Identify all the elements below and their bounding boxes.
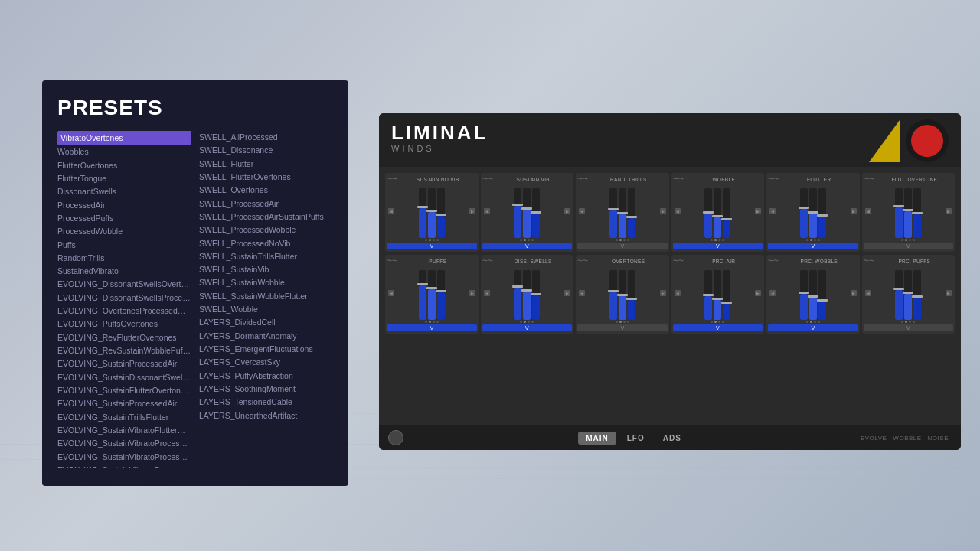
preset-item[interactable]: EVOLVING_SustainVibratoProcessAirPuffs	[57, 437, 191, 450]
fader-knob[interactable]	[893, 205, 904, 207]
fader-knob[interactable]	[617, 212, 628, 214]
preset-item[interactable]: SWELL_Flutter	[199, 158, 333, 171]
channel-right-btn[interactable]: ▶	[469, 208, 475, 214]
fader-track[interactable]	[514, 188, 521, 238]
fader-knob[interactable]	[426, 287, 437, 289]
preset-item[interactable]: SWELL_Wobble	[199, 303, 333, 316]
preset-item[interactable]: EVOLVING_DissonantSwellsOvertones	[57, 278, 191, 291]
preset-item[interactable]: EVOLVING_SustainFlutterOvertoneProcessed…	[57, 384, 191, 397]
fader-knob[interactable]	[703, 294, 714, 296]
fader-track[interactable]	[704, 270, 712, 320]
preset-item[interactable]: LAYERS_PuffyAbstraction	[199, 370, 333, 383]
fader-track[interactable]	[714, 270, 721, 320]
channel-left-btn[interactable]: ◀	[579, 290, 585, 296]
preset-item[interactable]: EVOLVING_SustainProcessedAir	[57, 397, 191, 410]
channel-right-btn[interactable]: ▶	[946, 208, 952, 214]
fader-track[interactable]	[913, 188, 921, 238]
channel-right-btn[interactable]: ▶	[660, 208, 666, 214]
v-button[interactable]: V	[864, 324, 954, 331]
channel-left-btn[interactable]: ◀	[579, 208, 585, 214]
preset-item[interactable]: FlutterOvertones	[57, 159, 191, 172]
fader-knob[interactable]	[436, 214, 446, 216]
fader-track[interactable]	[532, 270, 540, 320]
fader-knob[interactable]	[808, 295, 818, 298]
fader-track[interactable]	[723, 188, 730, 238]
channel-right-btn[interactable]: ▶	[851, 208, 857, 214]
preset-item[interactable]: Wobbles	[57, 145, 191, 158]
fader-knob[interactable]	[521, 289, 532, 292]
fader-knob[interactable]	[531, 211, 541, 214]
fader-knob[interactable]	[912, 212, 923, 214]
fader-track[interactable]	[800, 188, 808, 238]
preset-item[interactable]: ProcessedPuffs	[57, 212, 191, 225]
fader-track[interactable]	[704, 188, 712, 238]
preset-item[interactable]: EVOLVING_RevFlutterOvertones	[57, 331, 191, 344]
channel-right-btn[interactable]: ▶	[946, 290, 952, 296]
fader-track[interactable]	[818, 270, 826, 320]
v-button[interactable]: V	[482, 243, 573, 249]
fader-track[interactable]	[419, 188, 426, 238]
preset-item[interactable]: VibratoOvertones	[57, 131, 191, 145]
preset-item[interactable]: EVOLVING_DissonantSwellsProcessedAir	[57, 292, 191, 305]
channel-left-btn[interactable]: ◀	[484, 290, 490, 296]
channel-right-btn[interactable]: ▶	[755, 208, 761, 214]
preset-item[interactable]: LAYERS_EmergentFluctuations	[199, 343, 333, 356]
fader-track[interactable]	[628, 188, 635, 238]
fader-knob[interactable]	[817, 214, 828, 217]
channel-right-btn[interactable]: ▶	[851, 290, 857, 296]
fader-knob[interactable]	[903, 209, 913, 211]
fader-track[interactable]	[723, 270, 730, 320]
fader-knob[interactable]	[712, 215, 723, 217]
fader-knob[interactable]	[721, 218, 732, 220]
channel-right-btn[interactable]: ▶	[469, 290, 475, 296]
channel-left-btn[interactable]: ◀	[769, 208, 776, 214]
tab-button[interactable]: ADS	[655, 432, 689, 445]
preset-item[interactable]: EVOLVING_SustainVibratoProcessedWobble	[57, 464, 191, 468]
fader-knob[interactable]	[903, 292, 913, 294]
fader-knob[interactable]	[608, 290, 619, 292]
preset-item[interactable]: SWELL_ProcessedAir	[199, 197, 333, 210]
fader-track[interactable]	[532, 188, 540, 238]
preset-item[interactable]: LAYERS_TensionedCable	[199, 396, 333, 409]
fader-track[interactable]	[609, 270, 617, 320]
fader-knob[interactable]	[531, 293, 541, 295]
fader-knob[interactable]	[436, 290, 446, 292]
preset-item[interactable]: ProcessedAir	[57, 199, 191, 212]
fader-track[interactable]	[619, 270, 626, 320]
fader-knob[interactable]	[808, 211, 818, 214]
preset-item[interactable]: SWELL_FlutterOvertones	[199, 171, 333, 184]
fader-track[interactable]	[428, 188, 436, 238]
preset-item[interactable]: SustainedVibrato	[57, 265, 191, 278]
fader-track[interactable]	[800, 270, 808, 320]
channel-left-btn[interactable]: ◀	[675, 208, 681, 214]
preset-item[interactable]: LAYERS_UnearthedArtifact	[199, 409, 333, 422]
fader-knob[interactable]	[512, 285, 523, 288]
channel-left-btn[interactable]: ◀	[388, 208, 394, 214]
fader-track[interactable]	[904, 188, 912, 238]
fader-knob[interactable]	[426, 210, 437, 212]
preset-item[interactable]: DissonantSwells	[57, 185, 191, 198]
channel-right-btn[interactable]: ▶	[660, 290, 666, 296]
preset-item[interactable]: SWELL_ProcessedNoVib	[199, 237, 333, 250]
fader-knob[interactable]	[626, 216, 637, 218]
v-button[interactable]: V	[577, 243, 668, 249]
preset-item[interactable]: LAYERS_SoothingMoment	[199, 383, 333, 396]
fader-track[interactable]	[818, 188, 826, 238]
preset-item[interactable]: EVOLVING_SustainTrillsFlutter	[57, 411, 191, 424]
preset-item[interactable]: SWELL_SustainWobbleFlutter	[199, 290, 333, 303]
fader-track[interactable]	[523, 188, 531, 238]
preset-item[interactable]: EVOLVING_SustainVibratoFlutterOvertones	[57, 424, 191, 437]
fader-track[interactable]	[628, 270, 635, 320]
tab-button[interactable]: LFO	[619, 432, 652, 445]
v-button[interactable]: V	[864, 243, 954, 249]
master-knob[interactable]	[388, 430, 403, 445]
fader-track[interactable]	[609, 188, 617, 238]
fader-knob[interactable]	[799, 292, 809, 294]
fader-track[interactable]	[714, 188, 721, 238]
preset-item[interactable]: LAYERS_DormantAnomaly	[199, 330, 333, 343]
preset-item[interactable]: SWELL_SustainWobble	[199, 276, 333, 289]
preset-item[interactable]: EVOLVING_OvertonesProcessedWobble	[57, 305, 191, 318]
fader-knob[interactable]	[608, 208, 619, 210]
preset-item[interactable]: SWELL_ProcessedAirSustainPuffs	[199, 210, 333, 223]
preset-item[interactable]: EVOLVING_SustainDissonantSwellsPuffsProc…	[57, 371, 191, 384]
